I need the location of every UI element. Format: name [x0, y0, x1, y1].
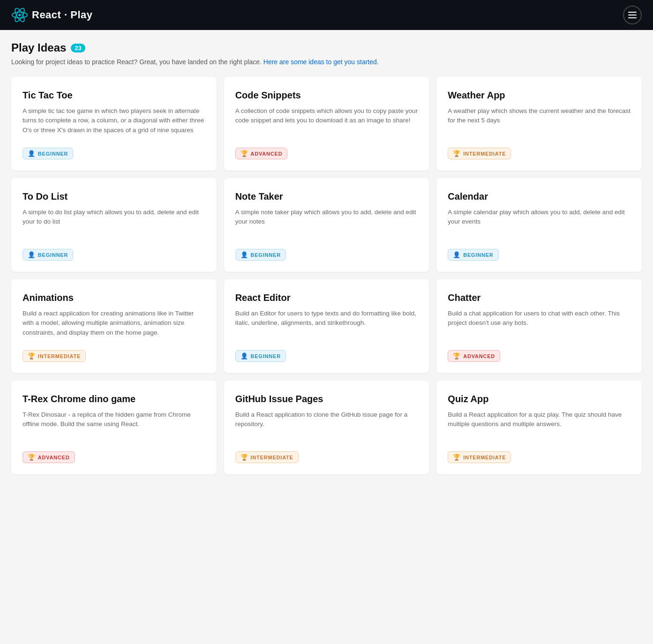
badge-label: BEGINNER [38, 151, 68, 157]
difficulty-badge: 🏆 INTERMEDIATE [23, 350, 86, 362]
card-title: React Editor [235, 292, 418, 303]
card-title: Chatter [448, 292, 630, 303]
cards-grid: Tic Tac Toe A simple tic tac toe game in… [11, 77, 642, 486]
badge-label: INTERMEDIATE [250, 455, 293, 460]
project-card[interactable]: To Do List A simple to do list play whic… [11, 178, 217, 272]
project-card[interactable]: React Editor Build an Editor for users t… [224, 279, 429, 373]
badge-label: ADVANCED [38, 455, 70, 460]
page-header: Play Ideas 23 [11, 41, 642, 54]
difficulty-badge: 🏆 INTERMEDIATE [235, 451, 299, 463]
card-description: A collection of code snippets which allo… [235, 106, 418, 142]
card-description: Build a react application for creating a… [23, 309, 205, 344]
svg-point-3 [18, 14, 21, 16]
card-title: T-Rex Chrome dino game [23, 394, 205, 404]
react-logo-icon [11, 7, 28, 23]
main-content: Play Ideas 23 Looking for project ideas … [0, 30, 653, 644]
card-title: Code Snippets [235, 90, 418, 101]
card-description: A simple calendar play which allows you … [448, 208, 630, 243]
badge-icon: 🏆 [28, 352, 36, 359]
badge-icon: 👤 [28, 150, 36, 157]
logo[interactable]: React · Play [11, 7, 93, 23]
badge-icon: 👤 [453, 251, 461, 258]
badge-icon: 👤 [240, 352, 248, 359]
difficulty-badge: 👤 BEGINNER [235, 249, 286, 261]
difficulty-badge: 🏆 ADVANCED [448, 350, 500, 362]
page-description: Looking for project ideas to practice Re… [11, 58, 642, 66]
project-card[interactable]: Weather App A weather play which shows t… [436, 77, 642, 171]
difficulty-badge: 🏆 INTERMEDIATE [448, 451, 511, 463]
badge-icon: 👤 [28, 251, 36, 258]
header: React · Play [0, 0, 653, 30]
badge-label: ADVANCED [463, 353, 495, 359]
badge-icon: 🏆 [453, 454, 461, 461]
project-card[interactable]: Calendar A simple calendar play which al… [436, 178, 642, 272]
menu-line-1 [628, 12, 637, 13]
page-title: Play Ideas [11, 41, 66, 54]
difficulty-badge: 👤 BEGINNER [448, 249, 498, 261]
menu-button[interactable] [623, 6, 642, 24]
badge-icon: 🏆 [453, 352, 461, 359]
card-description: Build a chat application for users to ch… [448, 309, 630, 344]
project-card[interactable]: Tic Tac Toe A simple tic tac toe game in… [11, 77, 217, 171]
badge-label: BEGINNER [250, 353, 280, 359]
project-card[interactable]: T-Rex Chrome dino game T-Rex Dinosaur - … [11, 381, 217, 474]
project-card[interactable]: Chatter Build a chat application for use… [436, 279, 642, 373]
card-title: Tic Tac Toe [23, 90, 205, 101]
badge-label: BEGINNER [38, 252, 68, 258]
badge-label: INTERMEDIATE [38, 353, 81, 359]
logo-text: React · Play [32, 9, 93, 21]
card-description: A simple note taker play which allows yo… [235, 208, 418, 243]
project-card[interactable]: Quiz App Build a React application for a… [436, 381, 642, 474]
difficulty-badge: 👤 BEGINNER [235, 350, 286, 362]
card-title: To Do List [23, 191, 205, 202]
card-title: Weather App [448, 90, 630, 101]
project-card[interactable]: GitHub Issue Pages Build a React applica… [224, 381, 429, 474]
badge-label: ADVANCED [250, 151, 282, 157]
card-description: T-Rex Dinosaur - a replica of the hidden… [23, 410, 205, 446]
card-description: Build a React application for a quiz pla… [448, 410, 630, 446]
badge-label: INTERMEDIATE [463, 151, 506, 157]
project-card[interactable]: Note Taker A simple note taker play whic… [224, 178, 429, 272]
badge-icon: 🏆 [240, 150, 248, 157]
badge-icon: 👤 [240, 251, 248, 258]
card-title: Quiz App [448, 394, 630, 404]
difficulty-badge: 🏆 ADVANCED [235, 148, 288, 159]
description-link[interactable]: Here are some ideas to get you started. [263, 58, 379, 66]
difficulty-badge: 👤 BEGINNER [23, 249, 73, 261]
menu-line-2 [628, 15, 637, 15]
card-title: Calendar [448, 191, 630, 202]
badge-icon: 🏆 [28, 454, 36, 461]
difficulty-badge: 🏆 INTERMEDIATE [448, 148, 511, 159]
card-title: GitHub Issue Pages [235, 394, 418, 404]
card-description: Build a React application to clone the G… [235, 410, 418, 446]
menu-line-3 [628, 17, 637, 18]
ideas-count-badge: 23 [71, 44, 85, 52]
difficulty-badge: 👤 BEGINNER [23, 148, 73, 159]
card-description: Build an Editor for users to type texts … [235, 309, 418, 344]
card-description: A weather play which shows the current w… [448, 106, 630, 142]
difficulty-badge: 🏆 ADVANCED [23, 451, 75, 463]
card-description: A simple to do list play which allows yo… [23, 208, 205, 243]
badge-label: BEGINNER [463, 252, 493, 258]
badge-icon: 🏆 [240, 454, 248, 461]
card-title: Note Taker [235, 191, 418, 202]
badge-label: BEGINNER [250, 252, 280, 258]
badge-label: INTERMEDIATE [463, 455, 506, 460]
badge-icon: 🏆 [453, 150, 461, 157]
card-description: A simple tic tac toe game in which two p… [23, 106, 205, 142]
project-card[interactable]: Animations Build a react application for… [11, 279, 217, 373]
project-card[interactable]: Code Snippets A collection of code snipp… [224, 77, 429, 171]
card-title: Animations [23, 292, 205, 303]
